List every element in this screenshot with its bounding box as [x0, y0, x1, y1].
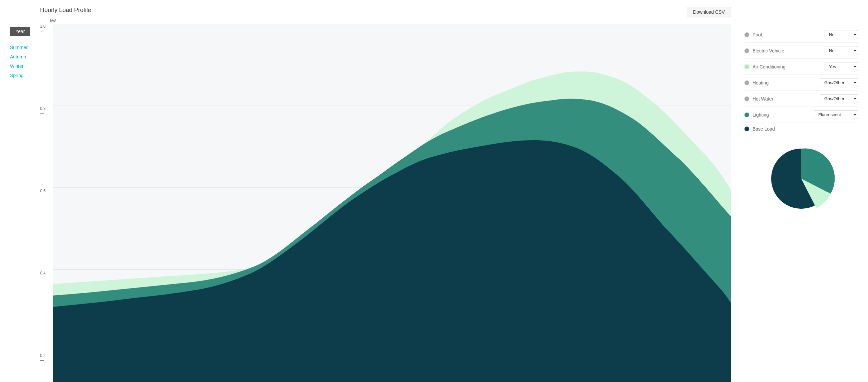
- y-tick-02: 0.2 —: [40, 353, 50, 363]
- y-axis-label: kW: [50, 19, 731, 23]
- ev-label: Electric Vehicle: [752, 48, 784, 53]
- download-csv-button[interactable]: Download CSV: [687, 7, 731, 18]
- winter-link[interactable]: Winter: [10, 61, 23, 71]
- legend-item-baseload: Base Load: [744, 123, 858, 135]
- y-tick-04: 0.4 —: [40, 271, 50, 280]
- ev-select[interactable]: No Yes: [825, 46, 858, 55]
- hotwater-dot: [744, 96, 749, 101]
- chart-wrapper: 1.0 — 0.8 — 0.6 — 0.4 — 0.2 — 0.0 —: [40, 24, 731, 382]
- chart-title: Hourly Load Profile: [40, 7, 91, 14]
- lighting-dot: [744, 113, 749, 117]
- baseload-label: Base Load: [752, 126, 775, 131]
- chart-svg-container: Midnight 6 AM Noon 6 PM Midnight: [53, 24, 731, 382]
- pie-chart-container: [744, 145, 858, 212]
- legend-item-ac: Air Conditioning Yes No: [744, 59, 858, 75]
- left-sidebar: Year Summer Autumn Winter Spring: [10, 7, 40, 382]
- year-button[interactable]: Year: [10, 27, 30, 36]
- y-tick-08: 0.8 —: [40, 106, 50, 116]
- chart-area: Hourly Load Profile Download CSV kW 1.0 …: [40, 7, 731, 382]
- pool-select[interactable]: No Yes: [825, 30, 858, 39]
- legend-item-lighting: Lighting Fluorescent LED Incandescent: [744, 107, 858, 123]
- heating-dot: [744, 81, 749, 85]
- ev-dot: [744, 49, 749, 53]
- autumn-link[interactable]: Autumn: [10, 52, 26, 61]
- ac-label: Air Conditioning: [752, 64, 785, 69]
- legend-item-ev: Electric Vehicle No Yes: [744, 43, 858, 59]
- y-axis: 1.0 — 0.8 — 0.6 — 0.4 — 0.2 — 0.0 —: [40, 24, 53, 382]
- chart-header: Hourly Load Profile Download CSV: [40, 7, 731, 18]
- y-tick-10: 1.0 —: [40, 24, 50, 33]
- spring-link[interactable]: Spring: [10, 71, 23, 80]
- legend-item-hotwater: Hot Water Gas/Other Electric: [744, 91, 858, 107]
- right-panel: Pool No Yes Electric Vehicle No Yes: [731, 7, 858, 382]
- summer-link[interactable]: Summer: [10, 43, 28, 52]
- legend-items: Pool No Yes Electric Vehicle No Yes: [744, 27, 858, 135]
- legend-item-heating: Heating Gas/Other Electric: [744, 75, 858, 91]
- pool-label: Pool: [752, 32, 762, 37]
- ac-select[interactable]: Yes No: [825, 62, 858, 71]
- hotwater-select[interactable]: Gas/Other Electric: [820, 94, 858, 103]
- legend-item-pool: Pool No Yes: [744, 27, 858, 43]
- lighting-select[interactable]: Fluorescent LED Incandescent: [814, 110, 858, 119]
- ac-dot: [744, 64, 749, 69]
- pie-chart: [768, 145, 835, 212]
- heating-select[interactable]: Gas/Other Electric: [820, 78, 858, 87]
- hotwater-label: Hot Water: [752, 96, 774, 101]
- lighting-label: Lighting: [752, 112, 769, 118]
- y-tick-06: 0.6 —: [40, 189, 50, 198]
- pool-dot: [744, 32, 749, 37]
- heating-label: Heating: [752, 80, 769, 86]
- baseload-dot: [744, 126, 749, 131]
